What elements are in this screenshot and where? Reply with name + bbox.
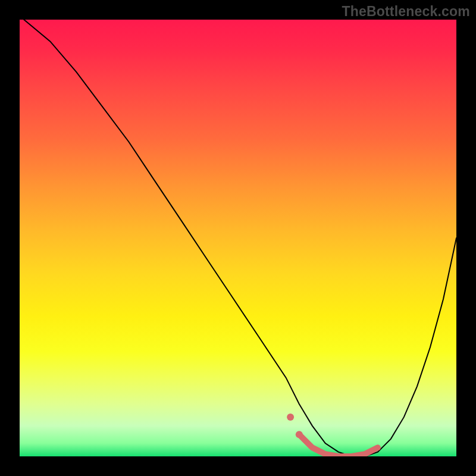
optimal-range-dots: [287, 414, 303, 438]
bottleneck-curve: [24, 20, 456, 456]
optimal-range-marker: [299, 434, 378, 456]
chart-svg: [20, 20, 456, 456]
chart-frame: TheBottleneck.com: [0, 0, 476, 476]
plot-area: [20, 20, 456, 456]
marker-dot: [287, 414, 294, 421]
marker-dot: [296, 431, 303, 438]
watermark-text: TheBottleneck.com: [342, 4, 470, 20]
